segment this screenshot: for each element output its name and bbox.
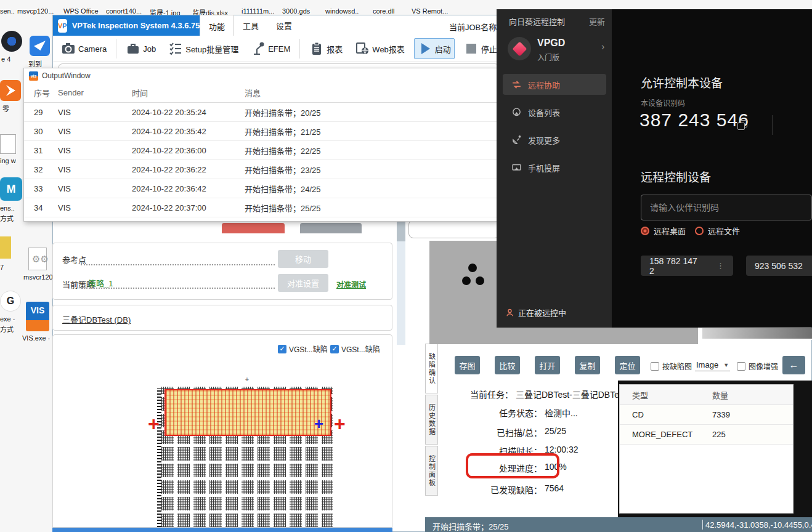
desktop-shortcut[interactable]: conort140... — [106, 7, 142, 15]
menu-discover-more[interactable]: 发现更多 — [503, 129, 606, 150]
screen-cast-icon — [511, 163, 522, 173]
m-app-icon[interactable]: M — [0, 177, 22, 201]
fiducial-dot — [476, 276, 484, 285]
image-type-select[interactable]: Image▼ — [695, 360, 730, 371]
copy-icon[interactable] — [737, 120, 746, 129]
table-row[interactable]: CD 7339 — [620, 405, 793, 425]
by-defect-map-checkbox[interactable]: 按缺陷图 — [651, 361, 692, 371]
icon-label: 方式 — [0, 213, 14, 223]
icon-label: 到到 — [28, 58, 42, 68]
camera-button[interactable]: Camera — [58, 39, 110, 58]
account-name: VPGD — [537, 38, 565, 49]
folder-icon[interactable] — [0, 236, 11, 259]
alignment-card: 参考点 移动 当前策略 策略_1 对准设置 对准测试 — [52, 243, 392, 300]
report-button[interactable]: 报表 — [306, 39, 346, 58]
log-row[interactable]: 30VIS 2024-10-22 20:35:42开始扫描条带；21/25 — [24, 122, 497, 141]
menu-function[interactable]: 功能 — [200, 15, 234, 37]
reference-point-field[interactable] — [81, 252, 275, 265]
remote-status: 正在被远控中 — [505, 307, 566, 318]
align-test-link[interactable]: 对准测试 — [336, 279, 366, 289]
thumbnail-strip — [702, 328, 812, 340]
desktop-shortcut[interactable]: 3000.gds — [282, 7, 310, 15]
progress-highlight-annotation — [466, 453, 559, 478]
device-list-icon — [511, 107, 522, 118]
document-icon[interactable] — [0, 134, 16, 154]
desktop-shortcut[interactable]: WPS Office — [63, 7, 99, 15]
wps-app-icon[interactable] — [0, 80, 21, 101]
fiducial-dot — [468, 264, 477, 272]
back-button[interactable]: ← — [782, 356, 805, 374]
image-enhance-checkbox[interactable]: 图像增强 — [737, 361, 778, 371]
log-row[interactable]: 33VIS 2024-10-22 20:36:42开始扫描条带；24/25 — [24, 179, 497, 198]
chevron-right-icon[interactable]: › — [601, 41, 604, 52]
db-card: 三叠记DBTest (DB) — [52, 305, 392, 331]
status-coordinates: 42.5944,-31.0358,-10.4455,0.45 — [705, 520, 812, 530]
log-row[interactable]: 31VIS 2024-10-22 20:36:00开始扫描条带；22/25 — [24, 141, 497, 160]
tick-marker: + — [245, 377, 249, 383]
blue-cross-marker: + — [314, 416, 323, 432]
start-button[interactable]: 启动 — [414, 38, 455, 59]
menu-settings[interactable]: 设置 — [267, 15, 301, 36]
stop-button[interactable]: 停止 — [461, 39, 500, 58]
desktop-shortcut[interactable]: sen.. — [0, 7, 15, 15]
titlebar[interactable]: VP VPTek Inspection System 4.3.6.7553 — [53, 15, 200, 36]
copy-button[interactable]: 复制 — [575, 356, 600, 374]
recent-connection-chip[interactable]: 158 782 147 2⋮ — [641, 256, 733, 276]
tab-defect-confirm[interactable]: 缺陷确认 — [425, 344, 438, 393]
hidden-dropdown-box[interactable] — [408, 220, 500, 238]
die-map-selected-region[interactable] — [164, 389, 331, 436]
job-button[interactable]: Job — [123, 39, 159, 58]
g-app-icon[interactable]: G — [0, 291, 21, 312]
web-report-button[interactable]: Web报表 — [352, 39, 408, 58]
menu-tools[interactable]: 工具 — [234, 15, 267, 36]
scrollbar-thumb[interactable] — [397, 220, 405, 241]
vis-app-icon[interactable]: VIS — [26, 302, 49, 331]
strategy-field[interactable] — [81, 275, 275, 289]
msvcr-dll-icon[interactable]: ⚙⚙ — [28, 248, 47, 270]
kebab-menu-icon[interactable]: ⋮ — [717, 261, 725, 270]
output-window-titlebar[interactable]: vis OutputWindow — [24, 68, 497, 83]
log-row[interactable]: 29VIS 2024-10-22 20:35:24开始扫描条带；20/25 — [24, 103, 497, 122]
hidden-gray-button[interactable] — [300, 223, 362, 233]
locate-button[interactable]: 定位 — [615, 356, 640, 374]
desktop-shortcut[interactable]: windowsd.. — [325, 7, 359, 15]
log-row[interactable]: 32VIS 2024-10-22 20:36:22开始扫描条带；23/25 — [24, 160, 497, 179]
menu-phone-cast[interactable]: 手机投屏 — [503, 157, 606, 178]
hidden-red-button[interactable] — [222, 223, 285, 233]
toolbar-separator — [299, 39, 300, 58]
compare-button[interactable]: 比较 — [495, 356, 520, 374]
update-link[interactable]: 更新 — [589, 15, 605, 27]
menu-device-list[interactable]: 设备列表 — [503, 102, 606, 123]
radio-selected-icon — [641, 227, 649, 235]
align-setup-button[interactable]: 对准设置 — [278, 274, 328, 292]
remote-file-radio[interactable]: 远程文件 — [695, 225, 740, 236]
desktop-shortcut[interactable]: core.dll — [373, 7, 394, 15]
recent-connection-chip[interactable]: 923 506 532 — [746, 256, 812, 276]
window-title: VPTek Inspection System 4.3.6.7553 — [72, 21, 209, 30]
save-image-button[interactable]: 存图 — [455, 356, 480, 374]
chevron-down-icon: ▼ — [723, 362, 729, 368]
icon-label: msvcr120 — [23, 273, 53, 281]
menu-remote-assist[interactable]: 远程协助 — [503, 74, 606, 95]
account-avatar[interactable] — [508, 37, 531, 60]
desktop-shortcut[interactable]: i111111m... — [242, 7, 274, 15]
vgst-defect-checkbox-1[interactable]: ✓ VGSt...缺陷 — [278, 344, 328, 354]
setup-batch-button[interactable]: Setup批量管理 — [165, 39, 242, 58]
remote-desktop-radio[interactable]: 远程桌面 — [641, 225, 686, 236]
db-test-link[interactable]: 三叠记DBTest (DB) — [62, 313, 131, 325]
move-button[interactable]: 移动 — [278, 250, 328, 268]
table-row[interactable]: MORE_DEFECT 225 — [620, 425, 793, 445]
icon-label: e 4 — [1, 55, 10, 63]
desktop-shortcut[interactable]: VS Remot... — [412, 7, 448, 15]
movie-app-icon[interactable] — [1, 31, 22, 52]
efem-button[interactable]: EFEM — [248, 39, 293, 58]
camera-icon — [61, 41, 76, 56]
log-row[interactable]: 34VIS 2024-10-22 20:37:00开始扫描条带；25/25 — [24, 198, 497, 217]
partner-code-input[interactable] — [641, 195, 812, 220]
open-button[interactable]: 打开 — [535, 356, 560, 374]
desktop-shortcut[interactable]: msvcp120... — [17, 7, 54, 15]
wing-app-icon[interactable] — [30, 36, 50, 56]
icon-label: ens.. — [0, 204, 15, 212]
defect-type-table[interactable]: 类型 数量 CD 7339 MORE_DEFECT 225 — [619, 384, 794, 514]
vgst-defect-checkbox-2[interactable]: ✓ VGSt...缺陷 — [330, 344, 380, 354]
